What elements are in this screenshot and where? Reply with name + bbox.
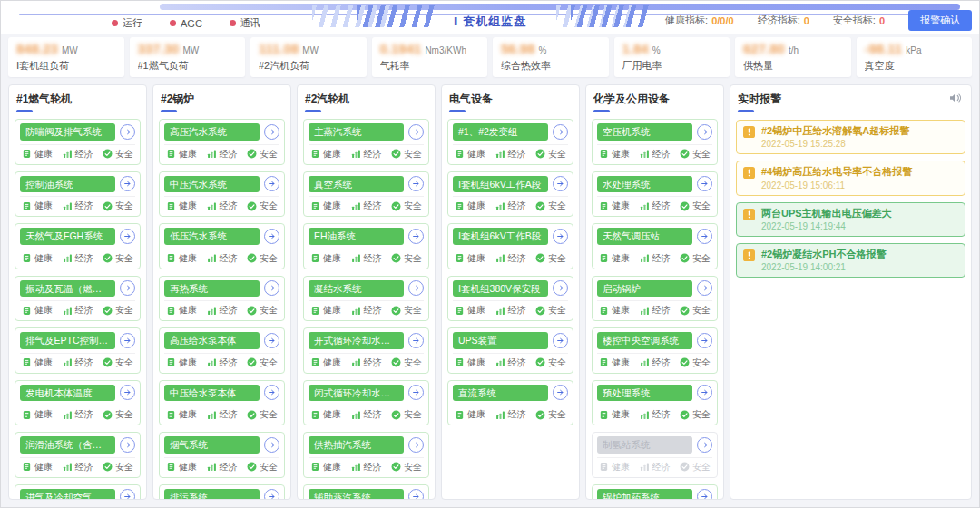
detail-arrow-icon[interactable] — [697, 124, 712, 140]
detail-arrow-icon[interactable] — [264, 489, 279, 500]
economy-chart-icon — [351, 357, 361, 367]
system-card-button[interactable]: 振动及瓦温（燃机本体） — [20, 280, 115, 298]
health-icon — [166, 306, 176, 316]
system-card-button[interactable]: 天然气及FGH系统 — [20, 228, 115, 245]
detail-arrow-icon[interactable] — [553, 280, 568, 296]
detail-arrow-icon[interactable] — [697, 280, 712, 296]
alarm-confirm-button[interactable]: 报警确认 — [908, 10, 972, 31]
detail-arrow-icon[interactable] — [120, 280, 135, 296]
status-economy: 经济 — [207, 408, 238, 421]
detail-arrow-icon[interactable] — [553, 229, 568, 244]
detail-arrow-icon[interactable] — [553, 124, 568, 140]
detail-arrow-icon[interactable] — [697, 385, 712, 400]
detail-arrow-icon[interactable] — [697, 176, 712, 191]
detail-arrow-icon[interactable] — [264, 333, 279, 348]
system-card-button[interactable]: 水处理系统 — [597, 176, 692, 193]
status-label: 经济 — [364, 200, 382, 212]
system-card-button[interactable]: 进气及冷却空气系统（燃机本体） — [20, 489, 115, 501]
system-card-button[interactable]: EH油系统 — [309, 228, 404, 245]
detail-arrow-icon[interactable] — [408, 176, 424, 191]
system-card-button[interactable]: 发电机本体温度 — [20, 385, 115, 402]
system-card-button[interactable]: UPS装置 — [453, 332, 548, 349]
system-card-button[interactable]: Ⅰ套机组380V保安段 — [453, 280, 548, 298]
detail-arrow-icon[interactable] — [553, 333, 568, 348]
detail-arrow-icon[interactable] — [120, 124, 135, 140]
metric-card: 848.23MWⅠ套机组负荷 — [8, 37, 124, 77]
status-health: 健康 — [22, 252, 53, 265]
system-card-button[interactable]: 直流系统 — [453, 385, 548, 402]
economy-chart-icon — [63, 306, 73, 316]
detail-arrow-icon[interactable] — [264, 385, 279, 400]
detail-arrow-icon[interactable] — [120, 385, 135, 400]
system-card-button[interactable]: 中压给水泵本体 — [164, 385, 260, 402]
system-card-button[interactable]: 高压给水泵本体 — [164, 332, 260, 349]
status-row: 健康经济安全 — [164, 144, 279, 162]
detail-arrow-icon[interactable] — [408, 489, 424, 500]
system-card-button[interactable]: 空压机系统 — [597, 123, 692, 141]
status-label: 安全 — [260, 148, 278, 161]
system-card-button[interactable]: 真空系统 — [309, 176, 404, 193]
detail-arrow-icon[interactable] — [120, 437, 135, 453]
detail-arrow-icon[interactable] — [697, 489, 712, 500]
detail-arrow-icon[interactable] — [264, 229, 279, 244]
system-card-button[interactable]: Ⅰ套机组6kV工作B段 — [453, 228, 548, 245]
system-card-button[interactable]: 供热抽汽系统 — [309, 436, 404, 454]
detail-arrow-icon[interactable] — [120, 229, 135, 244]
system-card-button[interactable]: 楼控中央空调系统 — [597, 332, 692, 349]
status-row: 健康经济安全 — [597, 144, 712, 162]
alarm-item[interactable]: #2锅炉凝结水PH不合格报警2022-05-19 14:00:21 — [736, 243, 965, 278]
detail-arrow-icon[interactable] — [408, 280, 424, 296]
system-card-button[interactable]: 锅炉加药系统 — [597, 489, 692, 501]
alarm-item[interactable]: #4锅炉高压给水电导率不合格报警2022-05-19 15:06:11 — [736, 161, 965, 195]
alarm-item[interactable]: #2锅炉中压给水溶解氧A超标报警2022-05-19 15:25:28 — [736, 120, 965, 154]
safety-check-icon — [391, 149, 401, 159]
system-card-button[interactable]: Ⅰ套机组6kV工作A段 — [453, 176, 548, 193]
system-card-button[interactable]: 烟气系统 — [164, 436, 260, 454]
system-card-button[interactable]: 再热系统 — [164, 280, 260, 298]
system-card-button[interactable]: 高压汽水系统 — [164, 123, 260, 141]
system-card-button[interactable]: 润滑油系统（含轴承回油温度） — [20, 436, 115, 454]
system-card-button[interactable]: 排污系统 — [164, 489, 260, 501]
system-card-button[interactable]: 防喘阀及排气系统 — [20, 123, 115, 141]
system-card-button[interactable]: 排气及EPTC控制系统(燃机本体) — [20, 332, 115, 349]
detail-arrow-icon[interactable] — [553, 176, 568, 191]
system-card-button[interactable]: 预处理系统 — [597, 385, 692, 402]
detail-arrow-icon[interactable] — [264, 176, 279, 191]
system-card-top: 锅炉加药系统 — [597, 489, 712, 501]
detail-arrow-icon[interactable] — [408, 229, 424, 244]
system-card-button[interactable]: 凝结水系统 — [309, 280, 404, 298]
detail-arrow-icon[interactable] — [408, 385, 424, 400]
system-card-button[interactable]: 天然气调压站 — [597, 228, 692, 245]
system-card-button[interactable]: 低压汽水系统 — [164, 228, 260, 245]
detail-arrow-icon[interactable] — [120, 333, 135, 348]
system-card-button[interactable]: 闭式循环冷却水系统 — [309, 385, 404, 402]
system-card-button[interactable]: #1、#2发变组 — [453, 123, 548, 141]
status-label: 健康 — [34, 200, 53, 212]
system-card-button[interactable]: 辅助蒸汽系统 — [309, 489, 404, 501]
system-card-button[interactable]: 启动锅炉 — [597, 280, 692, 298]
detail-arrow-icon[interactable] — [408, 124, 424, 140]
system-card-button[interactable]: 控制油系统 — [20, 176, 115, 193]
detail-arrow-icon[interactable] — [264, 437, 279, 453]
speaker-icon[interactable] — [949, 93, 962, 103]
detail-arrow-icon[interactable] — [408, 437, 424, 453]
detail-arrow-icon[interactable] — [264, 124, 279, 140]
detail-arrow-icon[interactable] — [120, 176, 135, 191]
detail-arrow-icon[interactable] — [697, 229, 712, 244]
detail-arrow-icon[interactable] — [697, 333, 712, 348]
health-icon — [455, 410, 465, 420]
system-card-button[interactable]: 主蒸汽系统 — [309, 123, 404, 141]
alarm-item[interactable]: 两台UPS主机输出电压偏差大2022-05-19 14:19:44 — [736, 202, 965, 237]
detail-arrow-icon[interactable] — [264, 280, 279, 296]
health-icon — [166, 357, 176, 367]
detail-arrow-icon[interactable] — [697, 437, 712, 453]
detail-arrow-icon[interactable] — [553, 385, 568, 400]
system-card-button[interactable]: 开式循环冷却水系统 — [309, 332, 404, 349]
detail-arrow-icon[interactable] — [408, 333, 424, 348]
system-card: 楼控中央空调系统健康经济安全 — [592, 327, 718, 374]
detail-arrow-icon[interactable] — [120, 489, 135, 500]
system-card-button[interactable]: 中压汽水系统 — [164, 176, 260, 193]
status-row: 健康经济安全 — [20, 144, 135, 162]
status-label: 健康 — [179, 252, 197, 265]
status-label: 健康 — [612, 461, 630, 474]
